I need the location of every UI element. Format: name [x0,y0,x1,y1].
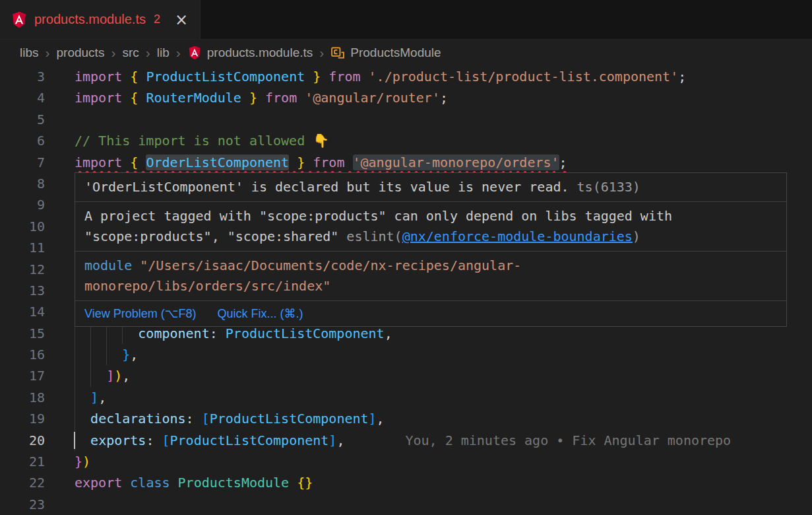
line-number: 17 [0,365,45,386]
breadcrumb-item-libs[interactable]: libs [20,46,39,60]
eslint-message-line1: A project tagged with "scope:products" c… [84,208,672,224]
line-number: 11 [0,237,45,258]
line-number: 6 [0,130,45,151]
line-number: 16 [0,344,45,365]
line-number: 12 [0,259,45,280]
eslint-message-line2: "scope:products", "scope:shared" [84,228,346,244]
code-line-22[interactable]: 22export class ProductsModule {} [0,472,812,493]
breadcrumb: libs›products›src›lib›products.module.ts… [0,40,812,66]
breadcrumb-separator-icon: › [319,46,324,59]
eslint-source-close: ) [633,228,640,244]
module-path-info: module "/Users/isaac/Documents/code/nx-r… [75,252,786,301]
eslint-diagnostic: A project tagged with "scope:products" c… [75,202,786,252]
code-text: import { ProductListComponent } from './… [75,66,686,87]
code-line-7[interactable]: 7import { OrderListComponent } from '@an… [0,152,812,173]
angular-icon [11,11,28,28]
code-line-16[interactable]: 16 }, [0,344,812,365]
code-line-17[interactable]: 17 ]), [0,365,812,386]
breadcrumb-item-lib[interactable]: lib [157,46,170,60]
ts-diagnostic-message: 'OrderListComponent' is declared but its… [84,179,569,195]
line-number: 5 [0,109,45,130]
code-line-4[interactable]: 4import { RouterModule } from '@angular/… [0,87,812,108]
code-text: }, [75,344,138,365]
ts-diagnostic: 'OrderListComponent' is declared but its… [75,173,786,202]
breadcrumb-item-src[interactable]: src [122,46,139,60]
code-text: exports: [ProductListComponent],You, 2 m… [75,430,731,451]
inline-git-blame: You, 2 minutes ago • Fix Angular monorep… [405,432,731,448]
code-text: ], [75,387,106,408]
line-number: 7 [0,152,45,173]
code-text: import { RouterModule } from '@angular/r… [75,87,448,108]
breadcrumb-label: libs [20,46,39,60]
module-path-line2: monorepo/libs/orders/src/index" [84,278,330,294]
code-text: ]), [75,365,130,386]
breadcrumb-label: products [57,46,105,60]
line-number: 20 [0,430,45,451]
line-number: 4 [0,87,45,108]
line-number: 14 [0,301,45,322]
line-number: 8 [0,173,45,194]
code-line-19[interactable]: 19 declarations: [ProductListComponent], [0,408,812,429]
line-number: 21 [0,451,45,472]
quick-fix-action[interactable]: Quick Fix... (⌘.) [217,306,303,321]
breadcrumb-separator-icon: › [111,46,115,59]
eslint-rule-link[interactable]: @nx/enforce-module-boundaries [402,228,633,244]
breadcrumb-item-productsmodule[interactable]: ProductsModule [330,46,441,60]
line-number: 15 [0,323,45,344]
angular-icon [187,46,202,60]
code-text: declarations: [ProductListComponent], [75,408,385,429]
module-keyword: module [84,258,132,273]
line-number: 13 [0,280,45,301]
breadcrumb-separator-icon: › [176,46,181,59]
breadcrumb-label: src [122,46,139,60]
code-line-6[interactable]: 6// This import is not allowed 👇 [0,130,812,151]
close-icon[interactable]: × [175,12,188,28]
line-number: 19 [0,408,45,429]
code-text: }) [75,451,90,472]
code-text: // This import is not allowed 👇 [75,130,329,151]
hover-action-bar: View Problem (⌥F8)Quick Fix... (⌘.) [75,301,786,326]
code-text: export class ProductsModule {} [75,472,313,493]
tab-label: products.module.ts [34,12,146,27]
code-line-21[interactable]: 21}) [0,451,812,472]
module-path-line1: "/Users/isaac/Documents/code/nx-recipes/… [132,258,521,273]
line-number: 10 [0,216,45,237]
problem-hover-popup: 'OrderListComponent' is declared but its… [75,172,787,327]
breadcrumb-item-products-module-ts[interactable]: products.module.ts [187,46,313,60]
code-line-23[interactable]: 23 [0,494,812,515]
code-text: import { OrderListComponent } from '@ang… [75,152,567,173]
tab-products-module-ts[interactable]: products.module.ts 2 × [0,0,201,39]
breadcrumb-label: lib [157,46,170,60]
line-number: 18 [0,387,45,408]
eslint-source-open: eslint( [346,228,402,244]
line-number: 9 [0,194,45,215]
code-line-3[interactable]: 3import { ProductListComponent } from '.… [0,66,812,87]
breadcrumb-item-products[interactable]: products [57,46,105,60]
line-number: 3 [0,66,45,87]
line-number: 23 [0,494,45,515]
breadcrumb-separator-icon: › [46,46,50,59]
ts-diagnostic-code: ts(6133) [569,179,640,195]
breadcrumb-label: products.module.ts [207,46,313,60]
view-problem-action[interactable]: View Problem (⌥F8) [84,306,196,321]
line-number: 22 [0,472,45,493]
vscode-window: { "tab_bar": { "tab": { "title": "produc… [0,0,812,515]
breadcrumb-separator-icon: › [146,46,150,59]
class-icon [330,46,345,60]
code-line-20[interactable]: 20 exports: [ProductListComponent],You, … [0,430,812,451]
tab-bar: products.module.ts 2 × [0,0,812,40]
code-line-18[interactable]: 18 ], [0,387,812,408]
breadcrumb-label: ProductsModule [350,46,441,60]
tab-problem-count: 2 [154,13,160,26]
code-line-5[interactable]: 5 [0,109,812,130]
